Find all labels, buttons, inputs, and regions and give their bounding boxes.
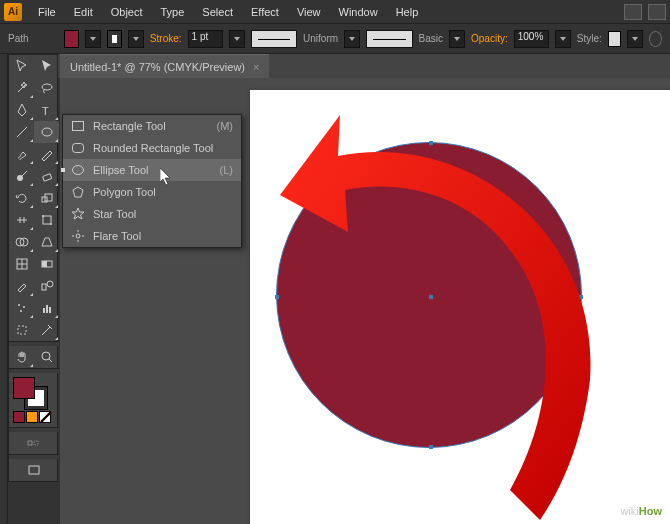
mesh-tool[interactable] (9, 253, 34, 275)
zoom-tool[interactable] (34, 346, 59, 368)
polygon-icon (71, 185, 85, 199)
stroke-label[interactable]: Stroke: (150, 33, 182, 44)
paintbrush-tool[interactable] (9, 143, 34, 165)
document-tab[interactable]: Untitled-1* @ 77% (CMYK/Preview) × (60, 54, 269, 78)
menu-object[interactable]: Object (103, 3, 151, 21)
app-logo: Ai (4, 3, 22, 21)
flyout-star[interactable]: Star Tool (63, 203, 241, 225)
profile-dd[interactable] (344, 30, 360, 48)
svg-point-10 (50, 223, 52, 225)
shape-builder-tool[interactable] (9, 231, 34, 253)
flyout-ellipse[interactable]: Ellipse Tool(L) (63, 159, 241, 181)
mini-swatch[interactable] (13, 411, 25, 423)
svg-rect-21 (43, 308, 45, 313)
stroke-dropdown[interactable] (128, 30, 144, 48)
eraser-tool[interactable] (34, 165, 59, 187)
opacity-label[interactable]: Opacity: (471, 33, 508, 44)
brush-dd[interactable] (449, 30, 465, 48)
fill-dropdown[interactable] (85, 30, 101, 48)
direct-selection-tool[interactable] (34, 55, 59, 77)
stroke-profile[interactable] (251, 30, 298, 48)
style-swatch[interactable] (608, 31, 621, 47)
hand-tool[interactable] (9, 346, 34, 368)
style-label: Style: (577, 33, 602, 44)
menu-type[interactable]: Type (153, 3, 193, 21)
lasso-tool[interactable] (34, 77, 59, 99)
stroke-swatch[interactable] (107, 30, 122, 48)
mini-swatch-none[interactable] (39, 411, 51, 423)
menu-view[interactable]: View (289, 3, 329, 21)
menu-window[interactable]: Window (331, 3, 386, 21)
menu-effect[interactable]: Effect (243, 3, 287, 21)
menu-edit[interactable]: Edit (66, 3, 101, 21)
svg-point-25 (42, 352, 50, 360)
free-transform-tool[interactable] (34, 209, 59, 231)
flyout-rectangle[interactable]: Rectangle Tool(M) (63, 115, 241, 137)
shape-tool[interactable] (34, 121, 59, 143)
svg-rect-30 (73, 122, 84, 131)
tab-bar: Untitled-1* @ 77% (CMYK/Preview) × (0, 54, 670, 78)
blob-brush-tool[interactable] (9, 165, 34, 187)
mouse-cursor (160, 168, 174, 186)
stroke-weight-input[interactable]: 1 pt (188, 30, 223, 48)
selection-tool[interactable] (9, 55, 34, 77)
menu-help[interactable]: Help (388, 3, 427, 21)
svg-rect-29 (29, 466, 39, 474)
fill-swatch[interactable] (64, 30, 79, 48)
opacity-dd[interactable] (555, 30, 571, 48)
style-dd[interactable] (627, 30, 643, 48)
pen-tool[interactable] (9, 99, 34, 121)
type-tool[interactable]: T (34, 99, 59, 121)
annotation-arrow (210, 78, 640, 524)
rotate-tool[interactable] (9, 187, 34, 209)
svg-text:T: T (42, 105, 49, 117)
blend-tool[interactable] (34, 275, 59, 297)
flyout-rounded-rectangle[interactable]: Rounded Rectangle Tool (63, 137, 241, 159)
slice-tool[interactable] (34, 319, 59, 341)
svg-point-32 (73, 166, 84, 175)
brush-def[interactable] (366, 30, 413, 48)
menu-file[interactable]: File (30, 3, 64, 21)
svg-point-18 (18, 304, 20, 306)
artboard[interactable] (250, 90, 670, 524)
star-icon (71, 207, 85, 221)
mini-swatch[interactable] (26, 411, 38, 423)
perspective-tool[interactable] (34, 231, 59, 253)
flyout-flare[interactable]: Flare Tool (63, 225, 241, 247)
scale-tool[interactable] (34, 187, 59, 209)
gradient-tool[interactable] (34, 253, 59, 275)
width-tool[interactable] (9, 209, 34, 231)
svg-rect-5 (42, 174, 51, 181)
flyout-polygon[interactable]: Polygon Tool (63, 181, 241, 203)
fill-color-swatch[interactable] (13, 377, 35, 399)
toolbar: T (8, 54, 58, 482)
menu-select[interactable]: Select (194, 3, 241, 21)
eyedropper-tool[interactable] (9, 275, 34, 297)
svg-marker-33 (73, 187, 83, 197)
workspace-icon[interactable] (624, 4, 642, 20)
magic-wand-tool[interactable] (9, 77, 34, 99)
watermark: wikiHow (620, 502, 662, 518)
stroke-weight-dd[interactable] (229, 30, 245, 48)
symbol-sprayer-tool[interactable] (9, 297, 34, 319)
svg-rect-24 (18, 326, 26, 334)
tab-close-icon[interactable]: × (253, 61, 259, 73)
screen-mode[interactable] (9, 459, 59, 481)
control-bar: Path Stroke: 1 pt Uniform Basic Opacity:… (0, 24, 670, 54)
svg-point-35 (76, 234, 80, 238)
opacity-input[interactable]: 100% (514, 30, 549, 48)
path-label: Path (8, 33, 29, 44)
draw-mode[interactable] (9, 432, 59, 454)
graph-tool[interactable] (34, 297, 59, 319)
svg-point-19 (23, 306, 25, 308)
color-picker[interactable] (9, 373, 59, 411)
line-tool[interactable] (9, 121, 34, 143)
artboard-tool[interactable] (9, 319, 34, 341)
recolor-icon[interactable] (649, 31, 662, 47)
svg-point-20 (20, 310, 22, 312)
svg-line-2 (17, 127, 27, 137)
ellipse-icon (71, 163, 85, 177)
svg-rect-27 (28, 441, 32, 445)
arrange-icon[interactable] (648, 4, 666, 20)
pencil-tool[interactable] (34, 143, 59, 165)
